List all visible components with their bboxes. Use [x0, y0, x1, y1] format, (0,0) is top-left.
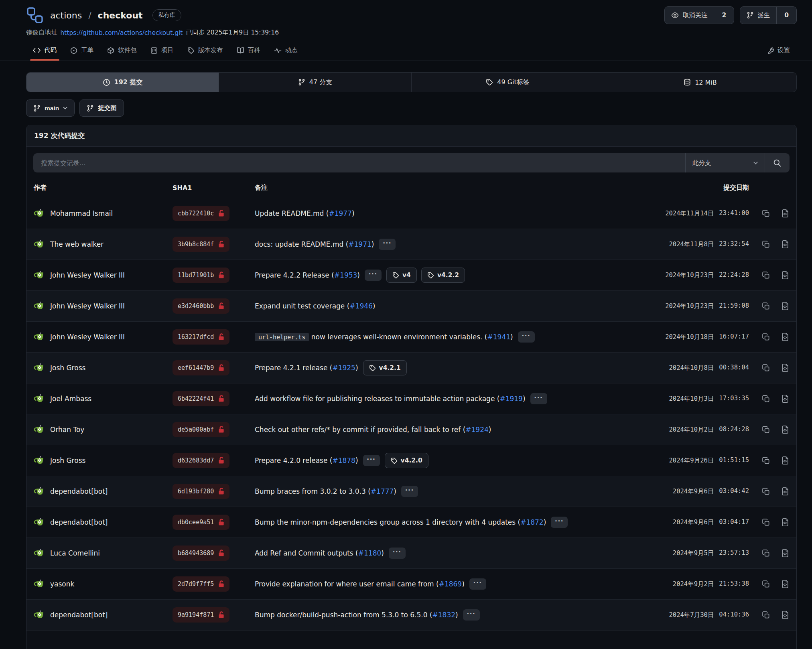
- commit-message[interactable]: Expand unit test coverage (#1946): [255, 302, 376, 310]
- commit-message[interactable]: Bump the minor-npm-dependencies group ac…: [255, 518, 546, 526]
- copy-sha-button[interactable]: [762, 610, 770, 619]
- commit-sha-badge[interactable]: cbb722410c: [173, 206, 229, 221]
- commit-sha-badge[interactable]: 9a9194f871: [173, 607, 229, 623]
- copy-sha-button[interactable]: [762, 394, 770, 403]
- commit-graph-button[interactable]: 提交图: [79, 99, 124, 117]
- release-tag-button[interactable]: v4.2.2: [421, 268, 465, 283]
- issue-link[interactable]: #1946: [349, 302, 373, 310]
- commit-sha-badge[interactable]: 3b9b8c884f: [173, 237, 229, 252]
- expand-commit-body-button[interactable]: ···: [463, 609, 480, 621]
- copy-sha-button[interactable]: [762, 209, 770, 218]
- commit-search-input[interactable]: [33, 153, 685, 172]
- commit-message[interactable]: Bump braces from 3.0.2 to 3.0.3 (#1777): [255, 487, 396, 495]
- tab-issues[interactable]: 工单: [63, 41, 100, 61]
- tab-wiki[interactable]: 百科: [230, 41, 267, 61]
- commit-author-link[interactable]: Josh Gross: [50, 364, 85, 372]
- view-file-at-commit-button[interactable]: [781, 549, 789, 558]
- commit-message[interactable]: Add workflow file for publishing release…: [255, 395, 526, 403]
- issue-link[interactable]: #1924: [465, 426, 489, 434]
- issue-link[interactable]: #1941: [487, 333, 511, 341]
- commit-message[interactable]: Prepare 4.2.1 release (#1925): [255, 364, 358, 372]
- commit-author-link[interactable]: dependabot[bot]: [50, 518, 108, 526]
- commit-author-link[interactable]: John Wesley Walker III: [50, 302, 125, 310]
- search-button[interactable]: [765, 153, 790, 172]
- issue-link[interactable]: #1919: [499, 395, 523, 403]
- view-file-at-commit-button[interactable]: [781, 209, 789, 218]
- issue-link[interactable]: #1971: [348, 240, 371, 248]
- release-tag-button[interactable]: v4.2.0: [385, 453, 428, 468]
- view-file-at-commit-button[interactable]: [781, 487, 789, 496]
- view-file-at-commit-button[interactable]: [781, 456, 789, 465]
- repo-owner-link[interactable]: actions: [50, 10, 82, 20]
- commit-author-link[interactable]: John Wesley Walker III: [50, 271, 125, 279]
- issue-link[interactable]: #1180: [358, 549, 382, 557]
- tab-packages[interactable]: 软件包: [100, 41, 144, 61]
- tab-projects[interactable]: 项目: [144, 41, 181, 61]
- copy-sha-button[interactable]: [762, 302, 770, 310]
- copy-sha-button[interactable]: [762, 271, 770, 280]
- tab-releases[interactable]: 版本发布: [181, 41, 230, 61]
- copy-sha-button[interactable]: [762, 240, 770, 249]
- branch-filter-dropdown[interactable]: 此分支: [685, 153, 765, 172]
- commit-sha-badge[interactable]: 163217dfcd: [173, 329, 229, 345]
- expand-commit-body-button[interactable]: ···: [401, 486, 418, 497]
- expand-commit-body-button[interactable]: ···: [365, 270, 382, 281]
- issue-link[interactable]: #1872: [520, 518, 544, 526]
- view-file-at-commit-button[interactable]: [781, 580, 789, 588]
- release-tag-button[interactable]: v4.2.1: [363, 360, 407, 375]
- branch-selector[interactable]: main: [26, 99, 75, 117]
- view-file-at-commit-button[interactable]: [781, 394, 789, 403]
- view-file-at-commit-button[interactable]: [781, 302, 789, 310]
- commit-sha-badge[interactable]: 6d193bf280: [173, 484, 229, 499]
- view-file-at-commit-button[interactable]: [781, 240, 789, 249]
- copy-sha-button[interactable]: [762, 487, 770, 496]
- issue-link[interactable]: #1925: [332, 364, 355, 372]
- stat-tags[interactable]: 49 Git标签: [411, 73, 604, 92]
- tab-activity[interactable]: 动态: [267, 41, 304, 61]
- commit-message[interactable]: Prepare 4.2.0 release (#1878): [255, 456, 358, 464]
- issue-link[interactable]: #1977: [329, 209, 352, 217]
- commit-author-link[interactable]: John Wesley Walker III: [50, 333, 125, 341]
- repo-name-link[interactable]: checkout: [98, 10, 143, 20]
- expand-commit-body-button[interactable]: ···: [363, 455, 380, 466]
- view-file-at-commit-button[interactable]: [781, 363, 789, 372]
- copy-sha-button[interactable]: [762, 580, 770, 588]
- commit-author-link[interactable]: Luca Comellini: [50, 549, 100, 557]
- issue-link[interactable]: #1869: [439, 580, 462, 588]
- issue-link[interactable]: #1832: [432, 611, 456, 619]
- view-file-at-commit-button[interactable]: [781, 610, 789, 619]
- view-file-at-commit-button[interactable]: [781, 425, 789, 434]
- commit-message[interactable]: Bump docker/build-push-action from 5.3.0…: [255, 611, 458, 619]
- release-tag-button[interactable]: v4: [386, 268, 417, 283]
- commit-author-link[interactable]: Mohammad Ismail: [50, 209, 113, 217]
- tab-code[interactable]: 代码: [26, 41, 63, 61]
- expand-commit-body-button[interactable]: ···: [389, 548, 406, 559]
- commit-sha-badge[interactable]: 2d7d9f7ff5: [173, 576, 229, 592]
- view-file-at-commit-button[interactable]: [781, 518, 789, 527]
- commit-sha-badge[interactable]: db0cee9a51: [173, 515, 229, 530]
- commit-sha-badge[interactable]: eef61447b9: [173, 360, 229, 375]
- commit-author-link[interactable]: dependabot[bot]: [50, 487, 108, 495]
- commit-message[interactable]: Prepare 4.2.2 Release (#1953): [255, 271, 360, 279]
- commit-sha-badge[interactable]: e3d2460bbb: [173, 298, 229, 314]
- copy-sha-button[interactable]: [762, 333, 770, 341]
- commit-author-link[interactable]: The web walker: [50, 240, 104, 248]
- commit-author-link[interactable]: yasonk: [50, 580, 74, 588]
- stat-commits[interactable]: 192 提交: [26, 73, 219, 92]
- view-file-at-commit-button[interactable]: [781, 333, 789, 341]
- commit-message[interactable]: Add Ref and Commit outputs (#1180): [255, 549, 384, 557]
- tab-settings[interactable]: 设置: [760, 41, 797, 61]
- copy-sha-button[interactable]: [762, 518, 770, 527]
- commit-message[interactable]: Provide explanation for where user email…: [255, 580, 465, 588]
- expand-commit-body-button[interactable]: ···: [469, 578, 486, 590]
- commit-message[interactable]: url-helper.ts now leverages well-known e…: [255, 333, 513, 341]
- commit-sha-badge[interactable]: de5a000abf: [173, 422, 229, 437]
- commit-author-link[interactable]: Orhan Toy: [50, 426, 84, 434]
- copy-sha-button[interactable]: [762, 425, 770, 434]
- expand-commit-body-button[interactable]: ···: [379, 239, 396, 250]
- expand-commit-body-button[interactable]: ···: [518, 331, 535, 343]
- commit-sha-badge[interactable]: 11bd71901b: [173, 268, 229, 283]
- issue-link[interactable]: #1777: [371, 487, 394, 495]
- commit-author-link[interactable]: Joel Ambass: [50, 395, 91, 403]
- watch-count[interactable]: 2: [714, 7, 734, 24]
